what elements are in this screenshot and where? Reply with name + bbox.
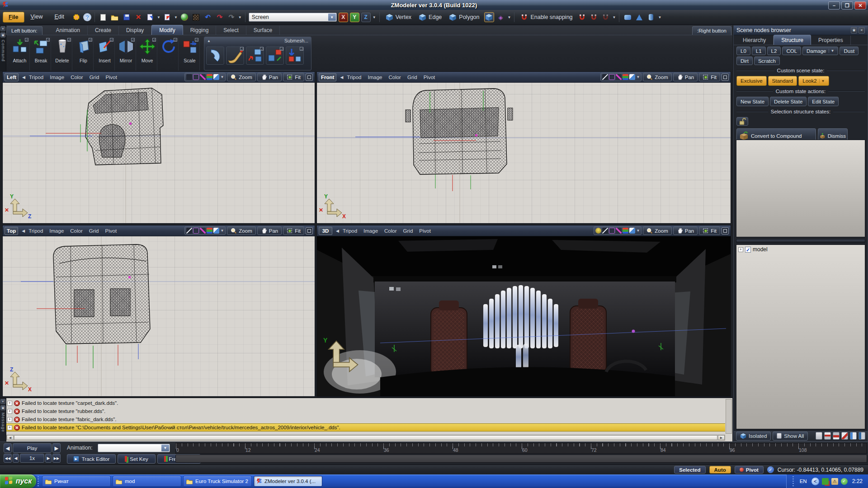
submesh-extrude-icon[interactable]: ◿: [266, 47, 284, 65]
viewport-menu-item[interactable]: Color: [384, 228, 396, 234]
viewport-menu-item[interactable]: Image: [50, 75, 64, 80]
fit-button[interactable]: Fit: [283, 73, 304, 81]
pin-icon[interactable]: ▣: [0, 33, 5, 38]
scene-tree[interactable]: + ✓ model: [736, 244, 865, 429]
wireframe-mode-icon[interactable]: [186, 228, 192, 234]
speed-button[interactable]: 1x: [20, 454, 44, 463]
taskbar-item[interactable]: ZModeler ver 3.0.4 (...: [254, 476, 322, 487]
minimize-button[interactable]: –: [828, 1, 840, 9]
pin-icon[interactable]: ▣: [0, 405, 5, 410]
pen-mode-icon[interactable]: [200, 74, 206, 80]
taskbar-item[interactable]: Euro Truck Simulator 2: [183, 476, 252, 487]
import-icon[interactable]: ◥: [145, 12, 155, 22]
tool-delete[interactable]: ◿ Delete: [52, 37, 72, 70]
chevron-left-icon[interactable]: ◀: [336, 229, 339, 233]
tray-update-icon[interactable]: ✓: [841, 478, 848, 485]
expand-tag-icon[interactable]: ◿: [131, 38, 135, 42]
polygon-mode-button[interactable]: Polygon: [446, 12, 482, 23]
structure-states-list[interactable]: [736, 140, 865, 237]
snap-grid-icon[interactable]: [601, 12, 611, 22]
chevron-down-icon[interactable]: ▼: [373, 15, 376, 19]
state-action-button[interactable]: Edit State: [808, 97, 839, 106]
expand-tag-icon[interactable]: ◿: [280, 47, 283, 51]
taskbar-item[interactable]: Ринат: [42, 476, 111, 487]
expand-icon[interactable]: +: [7, 425, 12, 430]
panel-tab[interactable]: Properties: [811, 36, 851, 45]
tool-insert[interactable]: ◿ Insert: [95, 37, 115, 70]
chevron-down-icon[interactable]: ▼: [829, 49, 835, 53]
textured-mode-icon[interactable]: [629, 228, 635, 234]
ribbon-tab[interactable]: Rigging: [183, 26, 217, 35]
panel-title-bar[interactable]: Scene nodes browser ▣ ✕: [734, 26, 868, 35]
viewport-menu-item[interactable]: Grid: [89, 228, 99, 234]
chevron-down-icon[interactable]: ▼: [819, 79, 825, 83]
tree-item-model[interactable]: + ✓ model: [736, 245, 865, 254]
menu-item[interactable]: File: [3, 12, 24, 23]
viewport-menu-item[interactable]: Tripod: [29, 75, 43, 80]
viewport-canvas[interactable]: Y X ✕: [317, 83, 731, 223]
zoom-button[interactable]: Zoom: [643, 73, 671, 81]
edge-mode-button[interactable]: Edge: [416, 12, 444, 23]
maximize-viewport-icon[interactable]: [722, 227, 729, 235]
tray-warning-icon[interactable]: ⚠: [831, 478, 838, 485]
object-mode-icon[interactable]: [484, 12, 494, 22]
lod-button[interactable]: Scratch▼: [754, 56, 780, 65]
viewport-menu-item[interactable]: Color: [70, 228, 82, 234]
open-folder-icon[interactable]: [110, 12, 120, 22]
pan-button[interactable]: Pan: [257, 226, 282, 235]
expand-icon[interactable]: +: [7, 409, 12, 414]
tray-app-icon[interactable]: [822, 478, 829, 485]
viewport-name-button[interactable]: Top: [5, 227, 18, 235]
viewport-canvas[interactable]: Y Z ✕: [3, 83, 315, 223]
wireframe-mode-icon[interactable]: [602, 74, 608, 80]
shaded-mode-icon[interactable]: [609, 74, 615, 80]
viewport-menu-item[interactable]: Pivot: [105, 75, 117, 80]
textured-mode-icon[interactable]: [213, 74, 219, 80]
expand-icon[interactable]: +: [7, 401, 12, 406]
textured-mode-icon[interactable]: [629, 74, 635, 80]
chevron-down-icon[interactable]: ▼: [161, 445, 169, 451]
message-row[interactable]: + ✕ Failed to locate texture "fabric_dar…: [6, 415, 725, 423]
fit-button[interactable]: Fit: [699, 73, 720, 81]
chevron-down-icon[interactable]: ▼: [238, 15, 242, 19]
expand-tag-icon[interactable]: ◿: [46, 38, 50, 42]
tool-mirror[interactable]: ◿ Mirror: [116, 37, 136, 70]
viewport-menu-item[interactable]: Color: [388, 75, 401, 80]
viewport-left[interactable]: Left ◀ TripodImageColorGridPivot ▼ Zoom …: [2, 71, 315, 224]
vertex-mode-button[interactable]: Vertex: [383, 12, 414, 23]
submesh-brush-icon[interactable]: ◿: [226, 47, 244, 65]
tool-flip[interactable]: ◿ Flip: [74, 37, 94, 70]
sync-selection-icon[interactable]: [841, 432, 848, 440]
hide-icons-icon[interactable]: <: [811, 478, 819, 485]
pan-button[interactable]: Pan: [257, 73, 282, 81]
pivot-button[interactable]: Pivot: [735, 466, 764, 474]
viewport-menu-item[interactable]: Grid: [403, 228, 413, 234]
pen-mode-icon[interactable]: [616, 74, 622, 80]
shaded-mode-icon[interactable]: [193, 74, 199, 80]
redo-icon[interactable]: ↷: [226, 12, 236, 22]
chevron-down-icon[interactable]: ▼: [636, 229, 640, 233]
viewport-menu-item[interactable]: Grid: [407, 75, 417, 80]
next-frame-button[interactable]: ▶: [45, 454, 52, 463]
snap-edge-icon[interactable]: [589, 12, 599, 22]
shaded-mode-icon[interactable]: [193, 228, 199, 234]
timeline-ruler[interactable]: 01224364860728496108: [175, 443, 867, 454]
next-key-button[interactable]: ▶▶: [52, 454, 61, 463]
language-indicator[interactable]: EN: [798, 478, 809, 484]
menu-item[interactable]: View: [25, 12, 48, 23]
maximize-viewport-icon[interactable]: [306, 74, 313, 81]
material-mode-icon[interactable]: [207, 228, 212, 234]
viewport-top[interactable]: Top ◀ TripodImageColorGridPivot ▼ Zoom P…: [2, 225, 315, 397]
collapse-up-icon[interactable]: [833, 432, 840, 440]
ribbon-tab[interactable]: Create: [88, 26, 119, 35]
viewport-menu-item[interactable]: Pivot: [419, 228, 431, 234]
close-icon[interactable]: ✕: [0, 26, 5, 31]
set-key-button[interactable]: Set Key: [118, 454, 156, 464]
zoom-button[interactable]: Zoom: [227, 226, 255, 235]
light-mode-icon[interactable]: [595, 228, 601, 234]
chevron-down-icon[interactable]: ▼: [613, 15, 616, 19]
undo-history-icon[interactable]: ↷: [215, 12, 225, 22]
wireframe-mode-icon[interactable]: [602, 228, 608, 234]
ok-check-icon[interactable]: ✓: [767, 466, 774, 473]
chevron-down-icon[interactable]: ▼: [220, 75, 224, 79]
